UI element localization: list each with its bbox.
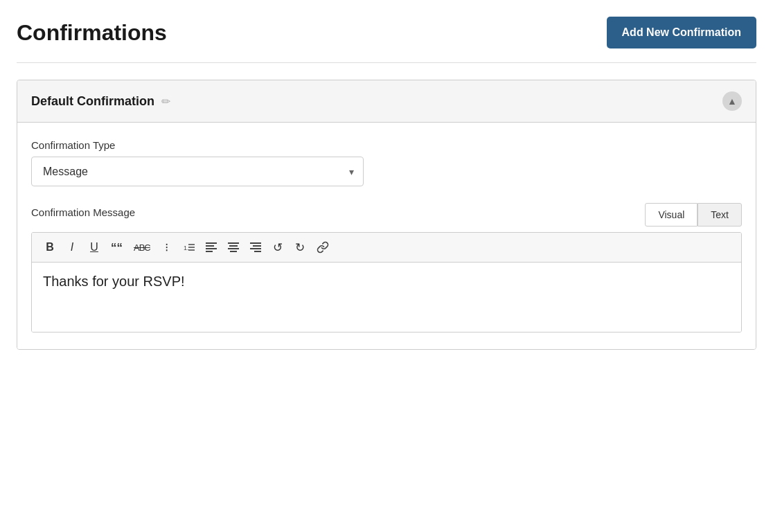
svg-rect-5 — [206, 245, 214, 247]
editor-container: B I U ““ ABC ⁝ 1. — [31, 232, 742, 332]
collapse-button[interactable]: ▲ — [722, 91, 742, 111]
align-center-icon — [228, 242, 239, 252]
panel-header: Default Confirmation ✏ ▲ — [17, 80, 756, 123]
svg-rect-7 — [206, 251, 213, 252]
view-toggle: Visual Text — [645, 203, 742, 227]
underline-button[interactable]: U — [85, 239, 104, 256]
svg-rect-12 — [250, 242, 261, 244]
panel-title: Default Confirmation — [31, 94, 154, 109]
panel-body: Confirmation Type Message Redirect Page … — [17, 123, 756, 349]
align-left-icon — [206, 242, 217, 252]
svg-rect-4 — [206, 242, 217, 244]
svg-rect-11 — [230, 251, 237, 252]
align-center-button[interactable] — [224, 240, 243, 255]
align-right-button[interactable] — [246, 240, 265, 255]
add-new-confirmation-button[interactable]: Add New Confirmation — [607, 17, 756, 48]
svg-rect-15 — [254, 251, 261, 252]
confirmation-type-wrapper: Message Redirect Page ▾ — [31, 157, 364, 186]
confirmation-message-label: Confirmation Message — [31, 206, 135, 218]
message-section-header: Confirmation Message Visual Text — [31, 203, 742, 227]
editor-toolbar: B I U ““ ABC ⁝ 1. — [32, 233, 741, 263]
ordered-list-icon: 1. — [184, 242, 195, 253]
italic-button[interactable]: I — [62, 239, 82, 256]
svg-rect-8 — [228, 242, 239, 244]
blockquote-button[interactable]: ““ — [107, 239, 127, 256]
svg-rect-9 — [229, 245, 238, 247]
visual-tab-button[interactable]: Visual — [645, 203, 698, 227]
svg-rect-6 — [206, 248, 217, 249]
svg-rect-13 — [253, 245, 261, 247]
panel-header-left: Default Confirmation ✏ — [31, 94, 170, 109]
svg-text:1.: 1. — [184, 245, 189, 251]
confirmation-panel: Default Confirmation ✏ ▲ Confirmation Ty… — [17, 80, 756, 350]
link-icon — [317, 241, 329, 254]
link-button[interactable] — [312, 238, 333, 256]
confirmation-type-select[interactable]: Message Redirect Page — [31, 157, 364, 186]
page-title: Confirmations — [17, 20, 167, 46]
undo-button[interactable]: ↺ — [268, 239, 287, 256]
edit-icon[interactable]: ✏ — [161, 95, 170, 108]
svg-rect-10 — [228, 248, 239, 249]
align-right-icon — [250, 242, 261, 252]
confirmation-type-label: Confirmation Type — [31, 139, 742, 151]
align-left-button[interactable] — [202, 240, 221, 255]
page-header: Confirmations Add New Confirmation — [17, 17, 756, 63]
redo-button[interactable]: ↻ — [290, 239, 310, 256]
strikethrough-button[interactable]: ABC — [130, 240, 154, 255]
editor-content[interactable]: Thanks for your RSVP! — [32, 263, 741, 332]
bold-button[interactable]: B — [40, 239, 60, 256]
svg-rect-14 — [250, 248, 261, 249]
chevron-up-icon: ▲ — [727, 96, 737, 107]
text-tab-button[interactable]: Text — [698, 203, 742, 227]
ordered-list-button[interactable]: 1. — [179, 239, 199, 256]
unordered-list-button[interactable]: ⁝ — [157, 239, 177, 256]
